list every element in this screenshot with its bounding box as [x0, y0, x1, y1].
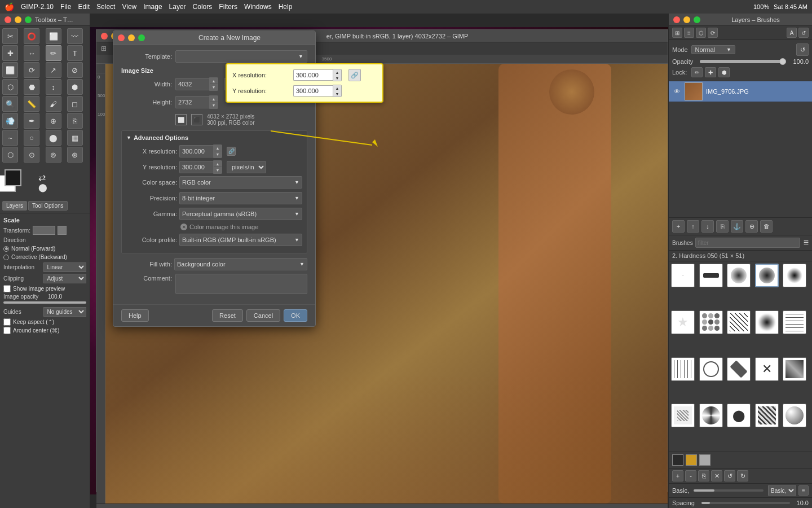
clipping-select[interactable]: Adjust	[43, 274, 86, 283]
brush-item-10[interactable]	[671, 357, 695, 381]
tab-tool-options[interactable]: Tool Options	[28, 201, 68, 211]
comment-textarea[interactable]	[175, 274, 307, 294]
tool-scale[interactable]: ↗	[46, 62, 61, 78]
brush-item-3[interactable]	[755, 264, 779, 287]
tool-zoom[interactable]: 🔍	[2, 96, 18, 112]
delete-layer-btn[interactable]: 🗑	[760, 220, 773, 233]
raise-layer-btn[interactable]: ↑	[687, 220, 699, 233]
tool-ink[interactable]: ✒	[24, 113, 39, 129]
foreground-color-swatch[interactable]	[5, 169, 21, 186]
dialog-close-btn[interactable]	[118, 34, 125, 41]
brush-reload-btn[interactable]: ↻	[737, 470, 748, 481]
fill-with-dropdown[interactable]: Background color ▼	[174, 258, 307, 270]
swap-colors-btn[interactable]: ⇄	[38, 172, 47, 183]
anchor-layer-btn[interactable]: ⚓	[731, 220, 743, 233]
tooltip-y-up-btn[interactable]: ▲	[333, 85, 341, 91]
auto-btn[interactable]: A	[787, 28, 797, 38]
tooltip-y-down-btn[interactable]: ▼	[333, 91, 341, 97]
tool-crop[interactable]: ⬜	[2, 62, 18, 78]
x-res-down-btn[interactable]: ▼	[214, 151, 222, 157]
cancel-button[interactable]: Cancel	[246, 309, 280, 322]
tool-rect-select[interactable]: ⬜	[46, 28, 61, 44]
menu-file[interactable]: File	[60, 3, 71, 11]
layer-item-main[interactable]: 👁 IMG_9706.JPG	[669, 81, 812, 102]
lock-position-btn[interactable]: ✚	[705, 67, 716, 77]
y-resolution-input[interactable]	[179, 161, 213, 173]
transform-options[interactable]	[58, 226, 67, 235]
brush-item-4[interactable]	[783, 264, 806, 287]
toolbox-max-btn[interactable]	[25, 16, 32, 23]
direction-backward-radio[interactable]	[3, 255, 9, 260]
brushes-menu-btn[interactable]: ≡	[804, 238, 809, 248]
brush-item-0[interactable]: ·	[671, 264, 695, 287]
tool-lasso[interactable]: 〰	[67, 28, 83, 44]
advanced-collapse-arrow[interactable]: ▼	[126, 135, 131, 141]
brush-item-6[interactable]	[699, 310, 723, 334]
height-up-btn[interactable]: ▲	[210, 96, 218, 102]
new-layer-btn[interactable]: +	[672, 220, 685, 233]
link-res-btn[interactable]: 🔗	[227, 147, 236, 156]
gamma-dropdown[interactable]: Perceptual gamma (sRGB) ▼	[179, 208, 302, 220]
brush-item-5[interactable]: ★	[671, 310, 695, 334]
brush-item-1[interactable]	[699, 264, 723, 287]
right-close-btn[interactable]	[673, 16, 680, 23]
precision-dropdown[interactable]: 8-bit integer ▼	[179, 192, 302, 204]
width-up-btn[interactable]: ▲	[210, 78, 218, 84]
tool-transform[interactable]: ⬣	[24, 79, 39, 95]
menu-colors[interactable]: Colors	[193, 3, 213, 11]
tool-cage[interactable]: ⬢	[67, 79, 83, 95]
tool-perspective[interactable]: ⬡	[2, 79, 18, 95]
ok-button[interactable]: OK	[284, 309, 307, 322]
toolbox-min-btn[interactable]	[15, 16, 21, 23]
brush-item-14[interactable]	[783, 357, 806, 381]
basic-dropdown[interactable]: Basic,	[768, 485, 796, 496]
default-colors-btn[interactable]: ⬤	[38, 183, 47, 192]
menu-select[interactable]: Select	[96, 3, 115, 11]
brush-item-15[interactable]	[671, 404, 695, 427]
tool-fuzzy-select[interactable]: ⊚	[46, 147, 61, 163]
opacity-slider-handle[interactable]	[779, 58, 786, 65]
brush-item-16[interactable]	[699, 404, 723, 427]
menu-filters[interactable]: Filters	[219, 3, 237, 11]
lower-layer-btn[interactable]: ↓	[701, 220, 714, 233]
tool-clone[interactable]: ⎘	[67, 113, 83, 129]
tooltip-x-up-btn[interactable]: ▲	[333, 69, 341, 75]
reset-button[interactable]: Reset	[212, 309, 243, 322]
gimp-close-btn[interactable]	[101, 33, 108, 40]
brush-item-2[interactable]	[727, 264, 751, 287]
right-min-btn[interactable]	[683, 16, 690, 23]
dialog-max-btn[interactable]	[138, 34, 145, 41]
direction-forward-radio[interactable]	[3, 246, 9, 252]
height-input[interactable]: 2732	[175, 96, 209, 108]
layers-icon[interactable]: ⊞	[672, 28, 682, 38]
swatch-gray[interactable]	[699, 454, 710, 466]
brush-delete-btn[interactable]: ✕	[711, 470, 722, 481]
lock-pixels-btn[interactable]: ✏	[691, 67, 703, 77]
swatch-black[interactable]	[672, 454, 683, 466]
around-center-checkbox[interactable]	[3, 327, 11, 334]
refresh-btn[interactable]: ↺	[798, 28, 809, 38]
tool-text[interactable]: T	[67, 45, 83, 61]
tab-layers[interactable]: Layers	[2, 201, 27, 211]
show-preview-checkbox[interactable]	[3, 285, 11, 292]
right-max-btn[interactable]	[694, 16, 700, 23]
paths-icon[interactable]: ⬡	[696, 28, 706, 38]
keep-aspect-checkbox[interactable]	[3, 318, 11, 326]
tool-color-picker[interactable]: ⊙	[24, 147, 39, 163]
tool-flip[interactable]: ↕	[46, 79, 61, 95]
menu-gimp[interactable]: GIMP-2.10	[21, 3, 54, 11]
tool-gradient[interactable]: ▦	[67, 130, 83, 146]
tool-paintbrush[interactable]: 🖌	[46, 96, 61, 112]
brushes-extra-btn[interactable]: ≡	[798, 485, 809, 496]
lock-all-btn[interactable]: ⬢	[718, 67, 730, 77]
tool-path[interactable]: ⬡	[2, 147, 18, 163]
tool-scissors[interactable]: ✂	[2, 28, 18, 44]
tooltip-x-down-btn[interactable]: ▼	[333, 75, 341, 81]
tool-bucket[interactable]: ⬤	[46, 130, 61, 146]
menu-windows[interactable]: Windows	[244, 3, 272, 11]
brush-item-11[interactable]	[699, 357, 723, 381]
width-input[interactable]: 4032	[175, 78, 209, 90]
tool-measure[interactable]: 📏	[24, 96, 39, 112]
tooltip-x-res-input[interactable]	[293, 69, 333, 81]
menu-help[interactable]: Help	[279, 3, 293, 11]
